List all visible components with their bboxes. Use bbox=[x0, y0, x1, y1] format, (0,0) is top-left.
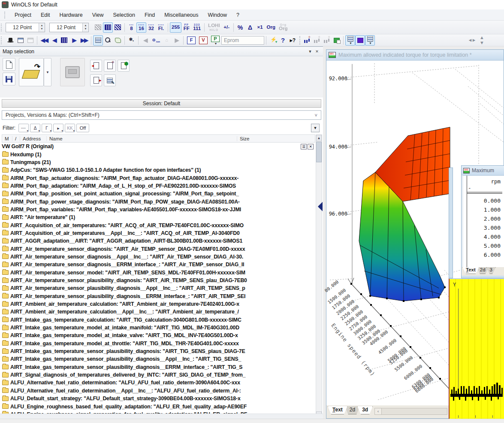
column-name[interactable]: Name bbox=[47, 136, 237, 141]
map-2d-window-edge[interactable] bbox=[449, 167, 453, 278]
map-3d-titlebar[interactable]: Maximum allowed indicated torque for tor… bbox=[326, 50, 504, 61]
link-windows-button[interactable] bbox=[25, 35, 35, 46]
view-mode-bars-button[interactable]: ▼ bbox=[365, 35, 375, 46]
menu-miscellaneous[interactable]: Miscellaneous bbox=[160, 10, 203, 20]
open-project-button[interactable] bbox=[19, 58, 44, 86]
font-size-spinner-left[interactable]: 12 Point▲▼ bbox=[6, 23, 45, 32]
search-eprom-input[interactable] bbox=[221, 36, 264, 45]
map-delete-button[interactable] bbox=[322, 35, 332, 46]
scroll-left-icon[interactable]: ‹ bbox=[375, 408, 382, 414]
rpm-cell[interactable]: 6.000 bbox=[467, 250, 502, 259]
width-8bit-button[interactable]: ▪▪▪8 bbox=[127, 22, 136, 33]
grid-view-button[interactable] bbox=[103, 22, 113, 33]
binary-display-button[interactable]: 333111 bbox=[191, 22, 202, 33]
width-16bit-button[interactable]: ▪▪▪▪16 bbox=[136, 22, 146, 33]
list-item[interactable]: AIRT_Air_temperature_sensor_plausibility… bbox=[2, 284, 315, 292]
save-button[interactable] bbox=[3, 73, 15, 85]
menu-hardware[interactable]: Hardware bbox=[54, 10, 87, 20]
upload-button[interactable]: ⌂ bbox=[162, 35, 172, 46]
original-compare-button[interactable]: OrgOrg bbox=[277, 22, 289, 33]
map-wizard-button[interactable] bbox=[302, 35, 312, 46]
list-item[interactable]: AIRT_Air_temperature_sensor_model: "AIRT… bbox=[2, 269, 315, 277]
list-item[interactable]: AIRM_Port_flap_actuator_diagnosis: "AIRM… bbox=[2, 174, 315, 182]
list-item[interactable]: AIRT_Intake_gas_temperature_model_at_int… bbox=[2, 324, 315, 332]
list-item[interactable]: AIRT_Ambient_air_temperature_calculation… bbox=[2, 300, 315, 308]
font-size-spinner-right[interactable]: 12 Point▲▼ bbox=[49, 23, 89, 32]
map-text-body[interactable]: rpm - 0.0001.0002.0003.0004.0005.0006.00… bbox=[462, 175, 504, 267]
preview-button[interactable] bbox=[103, 35, 113, 46]
forward-button[interactable]: ▶ bbox=[172, 35, 181, 46]
list-item[interactable]: AIRT_Ambient_air_temperature_calculation… bbox=[2, 308, 315, 316]
checksum-button[interactable] bbox=[268, 35, 278, 46]
list-item[interactable]: AIRT_AGGR_adaptation__AIRT: "AIRT_AGGR_a… bbox=[2, 237, 315, 245]
rpm-cell[interactable]: 3.000 bbox=[467, 223, 502, 232]
list-item[interactable]: ALFU_Engine_roughness_based_fuel_quality… bbox=[2, 402, 315, 410]
close-project-icon[interactable]: ✕ bbox=[308, 144, 314, 149]
list-item[interactable]: AIRM_Port_flap_variables: "AIRM_Port_fla… bbox=[2, 206, 315, 213]
menu-project[interactable]: Project bbox=[10, 10, 36, 20]
scroll-up-icon[interactable]: ▲ bbox=[316, 135, 322, 141]
filter-delta-button[interactable]: Δ bbox=[30, 124, 40, 132]
picture-view-button[interactable] bbox=[93, 22, 103, 33]
rpm-cell[interactable]: 5.000 bbox=[467, 241, 502, 250]
list-item[interactable]: ALFU_Alternative_fuel_ratio_determinatio… bbox=[2, 379, 315, 386]
dither-view-button[interactable] bbox=[113, 22, 123, 33]
delta-mode-button[interactable]: Δ bbox=[245, 22, 255, 33]
column-slash[interactable]: / bbox=[12, 136, 20, 141]
list-item[interactable]: AIRT_Intake_gas_temperature_sensor_plaus… bbox=[2, 363, 315, 371]
next-map-button[interactable]: ▶ bbox=[69, 35, 79, 46]
spinner-arrows-icon[interactable]: ▲▼ bbox=[39, 23, 45, 32]
list-item[interactable]: ALFU_Alternative_fuel_ratio_determinatio… bbox=[2, 387, 315, 395]
filter-p-button[interactable]: P▼ bbox=[209, 35, 221, 46]
back-button[interactable]: ◀ bbox=[140, 35, 150, 46]
script-button[interactable] bbox=[113, 35, 123, 46]
last-map-button[interactable]: ▶▶ bbox=[79, 35, 89, 46]
list-item[interactable]: AIRT: "Air temperature" (1) bbox=[2, 213, 315, 221]
map-2d-window[interactable]: Y bbox=[449, 278, 504, 419]
import-wizard-button[interactable]: ✦ bbox=[104, 60, 116, 72]
list-item[interactable]: AdpCus: "SWS-VWAG 150.1.0-150.1.0 Adapte… bbox=[2, 166, 315, 174]
menu-[interactable]: ? bbox=[232, 10, 244, 20]
read-ecu-button[interactable] bbox=[60, 58, 85, 86]
menu-selection[interactable]: Selection bbox=[109, 10, 140, 20]
help-button[interactable]: ? bbox=[278, 35, 288, 46]
tab-text[interactable]: Text bbox=[328, 406, 347, 414]
details-view-icon[interactable]: ☰ bbox=[301, 144, 307, 149]
ion-button[interactable]: 🜔ion bbox=[150, 35, 162, 46]
byte-order-button[interactable]: LOHIHILO bbox=[206, 22, 221, 33]
new-window-button[interactable] bbox=[15, 35, 25, 46]
list-item[interactable]: ALFU_Default_start_strategy: "ALFU_Defau… bbox=[2, 395, 315, 402]
rpm-cell[interactable]: 4.000 bbox=[467, 232, 502, 241]
column-address[interactable]: Address bbox=[20, 136, 47, 141]
list-item[interactable]: AIRT_Signal_diagnosis_of_temperatures_de… bbox=[2, 371, 315, 379]
map-text-window[interactable]: Maximum rpm - 0.0001.0002.0003.0004.0005… bbox=[461, 165, 504, 278]
export-file-button[interactable]: ▸ bbox=[90, 74, 102, 86]
list-item[interactable]: AIRT_Intake_gas_temperature_model_at_int… bbox=[2, 332, 315, 339]
menu-window[interactable]: Window bbox=[203, 10, 232, 20]
filter-kk-button[interactable]: KK bbox=[65, 124, 75, 132]
factor-mode-button[interactable]: ×1 bbox=[255, 22, 265, 33]
view-mode-list-button[interactable]: ▼ bbox=[345, 35, 355, 46]
new-project-button[interactable] bbox=[3, 58, 15, 71]
list-item[interactable]: AIRM_Port_flap_position_set_point_actuat… bbox=[2, 190, 315, 198]
filter-axis-button[interactable]: Γ bbox=[42, 124, 52, 132]
list-item[interactable]: AIRM_Port_flap_adaptation: "AIRM_Adap_of… bbox=[2, 182, 315, 190]
column-size[interactable]: Size bbox=[237, 136, 297, 141]
column-m[interactable]: M bbox=[2, 136, 12, 141]
session-bar[interactable]: Session: Default bbox=[2, 99, 321, 108]
filter-off-button[interactable]: Off bbox=[76, 124, 89, 132]
decimal-display-button[interactable]: 255 bbox=[170, 22, 181, 33]
menu-edit[interactable]: Edit bbox=[36, 10, 55, 20]
list-item[interactable]: AIRT_Air_temperature_sensor_plausibility… bbox=[2, 292, 315, 300]
tab-2d[interactable]: 2d bbox=[345, 406, 360, 414]
rpm-cell[interactable]: 1.000 bbox=[467, 205, 502, 214]
list-item[interactable]: Hexdump (1) bbox=[2, 150, 315, 158]
filter-pointer-button[interactable]: ▸ bbox=[53, 124, 63, 132]
list-item[interactable]: Tuningmaps (21) bbox=[2, 158, 315, 166]
list-item[interactable]: AIRT_Intake_gas_temperature_calculation:… bbox=[2, 316, 315, 324]
list-item[interactable]: AIRT_Air_temperature_sensor_plausibility… bbox=[2, 277, 315, 284]
panel-collapse-arrow[interactable] bbox=[318, 202, 323, 211]
view-mode-color-button[interactable] bbox=[355, 35, 365, 46]
panel-close-button[interactable]: ✕ bbox=[314, 49, 320, 55]
list-item[interactable]: AIRT_Acquisition_of_air_temperatures__Ap… bbox=[2, 229, 315, 237]
